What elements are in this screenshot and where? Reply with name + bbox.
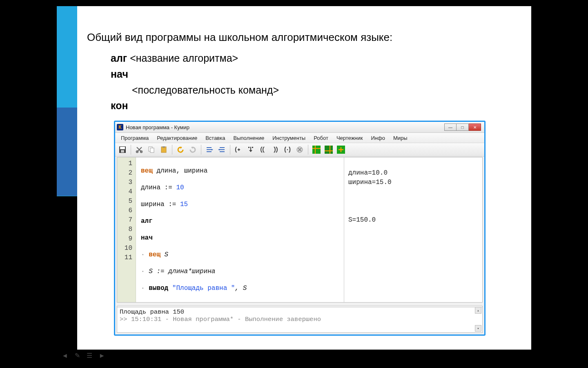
- menubar: Программа Редактирование Вставка Выполне…: [115, 133, 484, 143]
- svg-rect-15: [248, 147, 249, 148]
- redo-icon[interactable]: [187, 144, 198, 155]
- kw-end: кон: [111, 100, 128, 111]
- minimize-button[interactable]: —: [444, 123, 457, 131]
- close-button[interactable]: ✕: [469, 123, 481, 131]
- grid1-icon[interactable]: [311, 144, 322, 155]
- menu-run[interactable]: Выполнение: [229, 135, 268, 141]
- save-icon[interactable]: [117, 144, 128, 155]
- window-buttons: — □ ✕: [444, 123, 481, 131]
- console-output: Площадь равна 150: [120, 308, 480, 316]
- menu-edit[interactable]: Редактирование: [153, 135, 201, 141]
- presentation-controls: ◄ ✎ ☰ ►: [62, 352, 105, 359]
- brace-pair-icon[interactable]: [282, 144, 293, 155]
- titlebar[interactable]: К Новая программа - Кумир — □ ✕: [115, 122, 484, 133]
- menu-insert[interactable]: Вставка: [201, 135, 229, 141]
- kumir-window: К Новая программа - Кумир — □ ✕ Программ…: [114, 121, 486, 336]
- list-right-icon[interactable]: [216, 144, 227, 155]
- code-area[interactable]: вещ длина, ширина длина := 10 ширина := …: [136, 157, 344, 302]
- scroll-up-icon[interactable]: ▴: [475, 307, 481, 314]
- pen-icon[interactable]: ✎: [75, 352, 80, 359]
- copy-icon[interactable]: [146, 144, 157, 155]
- app-icon: К: [117, 124, 123, 130]
- grid3-icon[interactable]: [335, 144, 347, 155]
- svg-rect-8: [163, 146, 165, 148]
- svg-rect-7: [161, 147, 166, 153]
- svg-rect-16: [252, 147, 253, 148]
- slide: Общий вид программы на школьном алгоритм…: [77, 6, 531, 350]
- console[interactable]: ▴ Площадь равна 150 >> 15:10:31 - Новая …: [117, 306, 483, 333]
- paste-icon[interactable]: [158, 144, 169, 155]
- menu-drawer[interactable]: Чертежник: [332, 135, 367, 141]
- slide-heading: Общий вид программы на школьном алгоритм…: [87, 31, 519, 44]
- svg-rect-13: [220, 149, 225, 150]
- line-gutter: 1 2 3 4 5 6 7 8 9 10 11: [117, 157, 136, 302]
- scroll-down-icon[interactable]: ▾: [475, 325, 481, 332]
- svg-rect-10: [207, 149, 212, 150]
- next-slide-icon[interactable]: ►: [99, 352, 105, 359]
- stop-icon[interactable]: [294, 144, 305, 155]
- svg-rect-6: [150, 148, 154, 153]
- body-placeholder: <последовательность команд>: [132, 84, 279, 96]
- decor-block-blue: [57, 108, 77, 196]
- editor: 1 2 3 4 5 6 7 8 9 10 11 вещ длина, ширин…: [117, 157, 483, 303]
- maximize-button[interactable]: □: [457, 123, 469, 131]
- toolbar: [115, 143, 484, 157]
- svg-rect-14: [220, 151, 225, 152]
- step-over-icon[interactable]: [245, 144, 256, 155]
- svg-rect-1: [120, 147, 125, 149]
- svg-rect-11: [207, 151, 212, 152]
- brace-right-icon[interactable]: [270, 144, 281, 155]
- kw-begin: нач: [111, 68, 128, 80]
- step-in-icon[interactable]: [233, 144, 244, 155]
- svg-rect-2: [121, 150, 124, 153]
- menu-tools[interactable]: Инструменты: [268, 135, 310, 141]
- kw-alg: алг: [111, 52, 127, 64]
- svg-point-17: [287, 149, 288, 150]
- alg-placeholder: <название алгоритма>: [127, 52, 238, 64]
- grid2-icon[interactable]: [323, 144, 334, 155]
- menu-info[interactable]: Инфо: [367, 135, 389, 141]
- menu-program[interactable]: Программа: [117, 135, 153, 141]
- console-stamp: >> 15:10:31 - Новая программа* - Выполне…: [120, 316, 480, 323]
- brace-left-icon[interactable]: [257, 144, 269, 155]
- values-pane: длина=10.0 ширина=15.0 S=150.0: [344, 157, 482, 302]
- menu-robot[interactable]: Робот: [310, 135, 332, 141]
- window-title: Новая программа - Кумир: [126, 124, 189, 130]
- svg-rect-12: [220, 147, 225, 148]
- menu-worlds[interactable]: Миры: [389, 135, 412, 141]
- menu-icon[interactable]: ☰: [87, 352, 92, 359]
- svg-rect-9: [207, 147, 212, 148]
- undo-icon[interactable]: [175, 144, 186, 155]
- prev-slide-icon[interactable]: ◄: [62, 352, 68, 359]
- syntax-block: алг <название алгоритма> нач <последоват…: [111, 50, 279, 114]
- presentation-stage: Общий вид программы на школьном алгоритм…: [10, 6, 578, 362]
- list-left-icon[interactable]: [204, 144, 215, 155]
- cut-icon[interactable]: [134, 144, 145, 155]
